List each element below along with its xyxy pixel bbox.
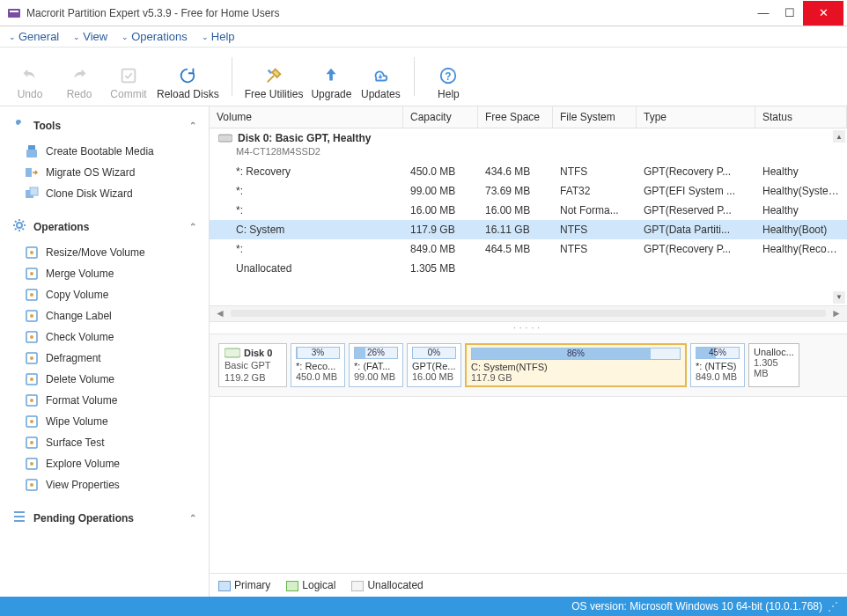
resize-grip[interactable]: ⋰ [828,600,838,612]
column-capacity[interactable]: Capacity [403,106,478,128]
cell-capacity: 117.9 GB [403,222,478,238]
table-row[interactable]: C: System117.9 GB16.11 GBNTFSGPT(Data Pa… [210,220,847,239]
gear-icon [12,218,26,235]
sidebar-item[interactable]: Wipe Volume [0,411,209,432]
close-button[interactable]: ✕ [803,1,843,26]
help-button[interactable]: ?Help [427,53,469,100]
menu-operations[interactable]: ⌄Operations [122,30,188,43]
partition-box[interactable]: 45%*: (NTFS)849.0 MB [690,343,745,387]
column-volume[interactable]: Volume [210,106,403,128]
sidebar-item[interactable]: Migrate OS Wizard [0,162,209,183]
svg-point-26 [30,399,33,402]
upgrade-icon [320,65,342,86]
updates-icon [370,65,391,86]
svg-point-34 [30,483,33,487]
cell-volume: *: [210,183,403,199]
chevron-up-icon: ⌃ [189,121,196,130]
sidebar-item-label: Format Volume [46,394,117,407]
redo-button[interactable]: Redo [58,53,100,100]
column-type[interactable]: Type [637,106,755,128]
partition-box[interactable]: 26%*: (FAT...99.00 MB [349,343,403,387]
sidebar-item[interactable]: View Properties [0,474,209,495]
table-row[interactable]: *: Recovery450.0 MB434.6 MBNTFSGPT(Recov… [210,162,847,181]
table-row[interactable]: *:16.00 MB16.00 MBNot Forma...GPT(Reserv… [210,201,847,220]
menu-general[interactable]: ⌄General [9,30,59,43]
sidebar-item[interactable]: Delete Volume [0,369,209,390]
updates-button[interactable]: Updates [359,53,401,100]
utilities-button[interactable]: Free Utilities [245,53,304,100]
sidebar-item[interactable]: Surface Test [0,432,209,453]
maximize-button[interactable]: ☐ [777,1,803,26]
partition-box[interactable]: 0%GPT(Re...16.00 MB [407,343,461,387]
sidebar-section-pending[interactable]: Pending Operations ⌃ [0,504,209,532]
sidebar-item[interactable]: Format Volume [0,390,209,411]
partition-size: 16.00 MB [412,371,456,382]
table-row[interactable]: Unallocated1.305 MB [210,259,847,278]
toolbar-label: Commit [110,88,146,100]
list-icon [12,510,26,526]
content-area: Volume Capacity Free Space File System T… [210,106,847,597]
cell-volume: *: [210,202,403,218]
cell-status: Healthy(Recovery) [755,241,847,257]
undo-button[interactable]: Undo [9,53,51,100]
commit-button[interactable]: Commit [107,53,150,100]
sidebar-item-label: Copy Volume [46,289,108,301]
toolbar-label: Help [438,88,460,100]
column-free[interactable]: Free Space [478,106,553,128]
redo-icon [69,65,90,86]
menu-view[interactable]: ⌄View [73,30,107,43]
partition-box[interactable]: 86%C: System(NTFS)117.9 GB [465,343,687,387]
upgrade-button[interactable]: Upgrade [310,53,352,100]
splitter-handle[interactable]: ····· [210,321,847,334]
reload-button[interactable]: Reload Disks [157,53,219,100]
partition-box[interactable]: Unalloc...1.305 MB [748,343,799,387]
sidebar-item-label: View Properties [46,479,120,491]
cell-capacity: 450.0 MB [403,164,478,180]
partition-size: 849.0 MB [696,371,740,382]
sidebar-item[interactable]: Check Volume [0,326,209,348]
partition-name: *: (NTFS) [696,361,740,371]
sidebar-item[interactable]: Copy Volume [0,284,209,305]
sidebar-item[interactable]: Clone Disk Wizard [0,183,209,204]
svg-text:?: ? [446,70,452,83]
migrate-icon [25,165,39,180]
sidebar-item[interactable]: Merge Volume [0,263,209,284]
scroll-up-arrow[interactable]: ▲ [833,130,845,143]
horizontal-scrollbar[interactable]: ◄► [210,305,847,321]
sidebar-item[interactable]: Explore Volume [0,453,209,474]
sidebar-section-tools[interactable]: Tools ⌃ [0,112,209,139]
clone-icon [25,187,39,201]
cell-fs: NTFS [553,164,637,180]
svg-point-30 [30,441,33,444]
merge-icon [25,267,39,281]
disk-summary-box[interactable]: Disk 0 Basic GPT 119.2 GB [218,343,287,387]
scroll-down-arrow[interactable]: ▼ [833,291,845,304]
usage-bar: 45% [696,347,740,359]
column-status[interactable]: Status [755,106,847,128]
partition-box[interactable]: 3%*: Reco...450.0 MB [291,343,345,387]
column-fs[interactable]: File System [553,106,637,128]
sidebar-item[interactable]: Change Label [0,305,209,326]
cell-type: GPT(EFI System ... [637,183,755,199]
disk-icon [225,348,240,358]
cell-capacity: 849.0 MB [403,241,478,257]
sidebar-item-label: Defragment [46,352,101,364]
disk-header[interactable]: Disk 0: Basic GPT, Healthy [210,128,847,146]
cell-free: 464.5 MB [478,241,553,257]
minimize-button[interactable]: — [750,1,777,26]
svg-point-24 [30,378,33,381]
sidebar-item-label: Explore Volume [46,458,120,470]
table-row[interactable]: *:99.00 MB73.69 MBFAT32GPT(EFI System ..… [210,181,847,201]
menu-help[interactable]: ⌄Help [202,30,235,43]
sidebar-item[interactable]: Resize/Move Volume [0,242,209,263]
disk-scheme: Basic GPT [225,360,281,370]
sidebar-item-label: Clone Disk Wizard [46,187,133,200]
sidebar-item[interactable]: Defragment [0,348,209,369]
partition-size: 117.9 GB [471,372,681,383]
table-row[interactable]: *:849.0 MB464.5 MBNTFSGPT(Recovery P...H… [210,239,847,259]
disk-model: M4-CT128M4SSD2 [210,146,847,162]
svg-point-22 [30,356,33,360]
usage-bar: 3% [296,347,340,359]
sidebar-item[interactable]: Create Bootable Media [0,141,209,162]
sidebar-section-operations[interactable]: Operations ⌃ [0,213,209,240]
